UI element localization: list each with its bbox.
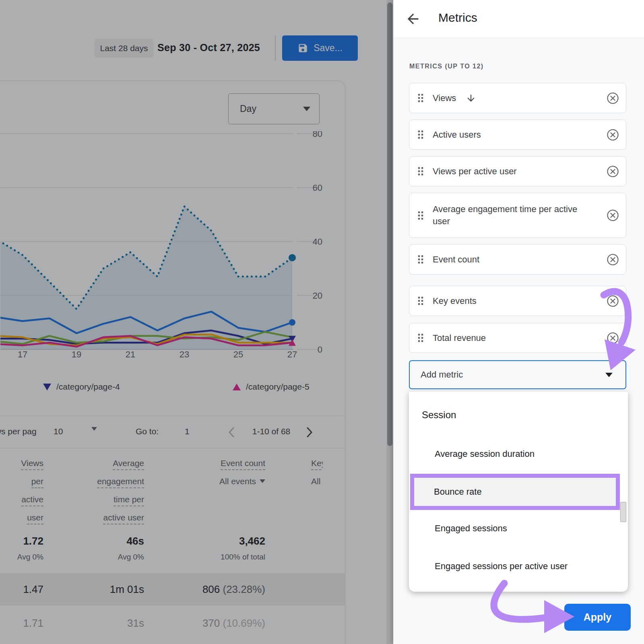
add-metric-menu: Session Average session duration Bounce … (409, 392, 628, 592)
menu-item-average-session-duration[interactable]: Average session duration (435, 449, 535, 459)
metric-chip-key-events[interactable]: Key events (409, 286, 626, 316)
drag-handle-icon[interactable] (417, 130, 424, 140)
menu-item-engaged-sessions-per-active-user[interactable]: Engaged sessions per active user (435, 561, 568, 572)
apply-button[interactable]: Apply (564, 604, 631, 631)
metric-chip-total-revenue[interactable]: Total revenue (409, 323, 626, 353)
drag-handle-icon[interactable] (417, 296, 424, 306)
metric-chip-views-per-active-user[interactable]: Views per active user (409, 156, 626, 186)
metrics-panel: Metrics METRICS (UP TO 12) Views Active … (393, 0, 644, 644)
panel-header: Metrics (393, 0, 644, 38)
drag-handle-icon[interactable] (417, 166, 424, 176)
menu-scrollbar-thumb[interactable] (620, 502, 626, 522)
metric-chip-event-count[interactable]: Event count (409, 244, 626, 275)
add-metric-label: Add metric (421, 369, 463, 380)
drag-handle-icon[interactable] (417, 93, 424, 103)
menu-group-session: Session (422, 409, 456, 421)
menu-item-engaged-sessions[interactable]: Engaged sessions (435, 523, 507, 534)
add-metric-dropdown[interactable]: Add metric (409, 360, 626, 389)
chevron-down-icon (605, 373, 613, 377)
bounce-rate-highlight: Bounce rate (410, 474, 620, 510)
metrics-section-label: METRICS (UP TO 12) (409, 63, 484, 70)
metric-chip-active-users[interactable]: Active users (409, 120, 626, 150)
drag-handle-icon[interactable] (417, 254, 424, 264)
remove-metric-button[interactable] (607, 332, 619, 344)
remove-metric-button[interactable] (607, 165, 619, 178)
panel-title: Metrics (438, 11, 477, 25)
drag-handle-icon[interactable] (417, 211, 424, 221)
remove-metric-button[interactable] (607, 209, 619, 222)
remove-metric-button[interactable] (607, 253, 619, 266)
drag-handle-icon[interactable] (417, 333, 424, 343)
remove-metric-button[interactable] (607, 128, 619, 141)
menu-item-bounce-rate[interactable]: Bounce rate (434, 487, 482, 497)
metric-chip-views[interactable]: Views (409, 83, 626, 113)
remove-metric-button[interactable] (607, 295, 619, 307)
arrow-back-icon (405, 11, 421, 27)
modal-scrim (0, 0, 393, 644)
ga4-explore-screen: Last 28 days Sep 30 - Oct 27, 2025 Save.… (0, 0, 644, 644)
remove-metric-button[interactable] (607, 92, 619, 104)
back-button[interactable] (405, 11, 421, 27)
metric-chip-avg-engagement-time[interactable]: Average engagement time per active user (409, 193, 626, 238)
sort-descending-icon (466, 93, 476, 103)
